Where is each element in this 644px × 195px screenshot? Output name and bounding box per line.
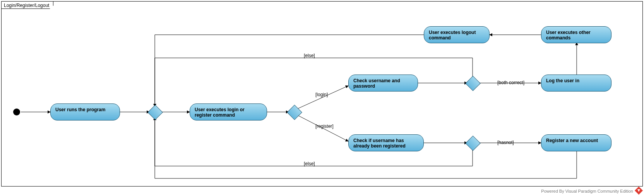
activity-register-account: Register a new account bbox=[541, 134, 611, 151]
activity-check-already-registered: Check if username has already been regis… bbox=[348, 134, 424, 151]
activity-label: Log the user in bbox=[546, 78, 579, 83]
activity-label: User runs the program bbox=[55, 107, 105, 112]
guard-both-correct: [both correct] bbox=[497, 80, 524, 85]
frame-title: Login/Register/Logout bbox=[1, 1, 53, 9]
activity-user-runs: User runs the program bbox=[50, 103, 120, 120]
activity-label: User executes other commands bbox=[546, 30, 606, 41]
activity-log-user-in: Log the user in bbox=[541, 75, 611, 92]
guard-else-lower: [else] bbox=[304, 161, 315, 166]
activity-label: User executes login or register command bbox=[195, 107, 262, 118]
activity-exec-login-register: User executes login or register command bbox=[190, 103, 267, 120]
activity-label: Check if username has already been regis… bbox=[353, 138, 419, 149]
guard-else-upper: [else] bbox=[304, 53, 315, 58]
guard-login: [login] bbox=[315, 92, 328, 97]
vp-logo-icon bbox=[635, 187, 643, 195]
activity-label: User executes logout command bbox=[429, 30, 485, 41]
diagram-canvas: Login/Register/Logout bbox=[0, 0, 644, 195]
activity-logout-command: User executes logout command bbox=[424, 26, 490, 43]
activity-label: Register a new account bbox=[546, 138, 598, 143]
activity-other-commands: User executes other commands bbox=[541, 26, 611, 43]
initial-node bbox=[13, 109, 20, 115]
activity-check-username-password: Check username and password bbox=[348, 75, 418, 92]
guard-register: [register] bbox=[315, 124, 334, 129]
activity-label: Check username and password bbox=[353, 78, 413, 89]
guard-hasnot: [hasnot] bbox=[497, 140, 514, 145]
watermark-text: Powered By Visual Paradigm Community Edi… bbox=[541, 189, 633, 193]
